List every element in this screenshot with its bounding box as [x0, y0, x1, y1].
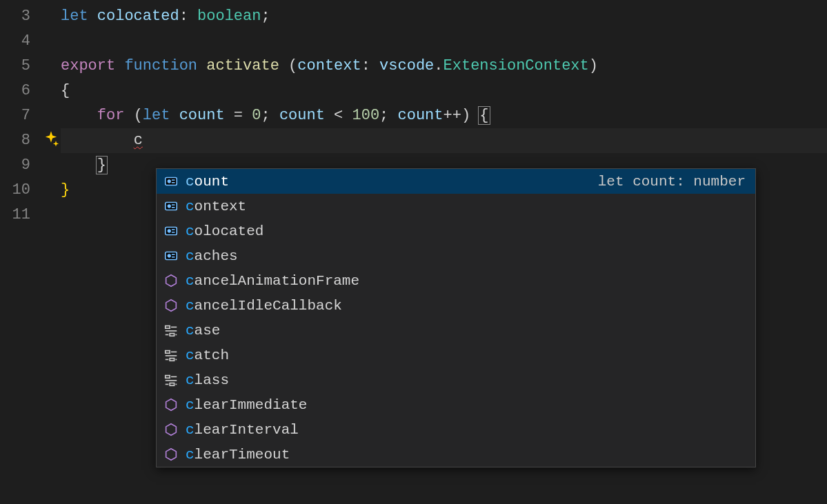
svg-rect-25 [170, 359, 174, 361]
method-icon [163, 422, 179, 437]
suggest-detail: let count: number [598, 174, 746, 190]
namespace: vscode [379, 57, 434, 74]
suggest-item[interactable]: clearTimeout [157, 442, 755, 467]
method-icon [163, 397, 179, 412]
function-name: activate [206, 57, 279, 74]
suggest-label: count [186, 174, 229, 190]
line-number: 7 [0, 103, 43, 128]
sparkle-icon[interactable] [41, 130, 61, 149]
identifier: colocated [97, 8, 179, 25]
brace-open-matched: { [478, 106, 490, 125]
line-number: 11 [0, 203, 43, 228]
suggest-item[interactable]: class [157, 367, 755, 392]
line-number: 6 [0, 79, 43, 103]
brace-close: } [61, 181, 70, 199]
identifier: count [179, 107, 225, 124]
suggest-item[interactable]: clearImmediate [157, 392, 755, 417]
brace-open: { [61, 82, 70, 99]
number-literal: 100 [352, 107, 380, 124]
suggest-item[interactable]: cancelIdleCallback [157, 293, 755, 318]
brace-close-matched: } [96, 156, 108, 174]
suggest-label: colocated [186, 223, 263, 239]
method-icon [163, 447, 179, 462]
variable-icon [163, 199, 179, 214]
suggest-item[interactable]: context [157, 194, 755, 219]
line-number: 8 [0, 128, 43, 153]
svg-point-9 [168, 230, 170, 232]
suggest-label: case [186, 323, 220, 339]
svg-rect-31 [170, 383, 174, 386]
line-number: 4 [0, 29, 43, 54]
code-line[interactable]: { [61, 79, 827, 103]
svg-point-1 [168, 180, 170, 183]
suggest-item[interactable]: cancelAnimationFrame [157, 268, 755, 293]
keyword-export: export [61, 57, 115, 74]
line-number-gutter: 3 4 5 6 7 8 9 10 11 [0, 4, 43, 228]
suggest-item[interactable]: colocated [157, 219, 755, 243]
type-name: boolean [197, 8, 261, 25]
code-line[interactable]: for (let count = 0; count < 100; count++… [61, 103, 827, 128]
code-line[interactable]: let colocated: boolean; [61, 4, 827, 29]
identifier: count [398, 107, 444, 124]
method-icon [163, 273, 179, 288]
keyword-icon [163, 372, 179, 387]
svg-rect-12 [166, 252, 177, 260]
type-name: ExtensionContext [444, 57, 589, 74]
suggest-label: cancelAnimationFrame [186, 273, 359, 289]
svg-rect-19 [170, 334, 174, 336]
svg-rect-22 [166, 351, 170, 354]
svg-rect-4 [166, 203, 177, 210]
number-literal: 0 [252, 107, 261, 124]
keyword-icon [163, 347, 179, 363]
suggest-item[interactable]: clearInterval [157, 417, 755, 442]
variable-icon [163, 174, 179, 189]
suggest-label: clearTimeout [186, 447, 290, 463]
svg-rect-16 [166, 326, 170, 329]
suggest-item[interactable]: countlet count: number [157, 169, 755, 194]
suggest-label: clearInterval [186, 422, 299, 438]
line-number: 5 [0, 54, 43, 79]
line-number: 10 [0, 178, 43, 203]
suggest-item[interactable]: case [157, 318, 755, 343]
typed-char: c [134, 132, 143, 149]
code-line-current[interactable]: c [61, 128, 827, 153]
suggest-label: context [186, 199, 246, 214]
variable-icon [163, 248, 179, 263]
suggest-item[interactable]: catch [157, 343, 755, 367]
suggest-label: cancelIdleCallback [186, 298, 342, 314]
code-line[interactable] [61, 29, 827, 54]
keyword-function: function [124, 57, 197, 74]
keyword-icon [163, 323, 179, 338]
code-line[interactable]: export function activate (context: vscod… [61, 54, 827, 79]
method-icon [163, 298, 179, 313]
variable-icon [163, 223, 179, 239]
suggest-item[interactable]: caches [157, 243, 755, 268]
svg-rect-0 [166, 178, 177, 185]
suggest-label: catch [186, 347, 229, 363]
suggest-widget[interactable]: countlet count: numbercontextcolocatedca… [156, 168, 756, 467]
svg-point-5 [168, 205, 170, 208]
svg-rect-28 [166, 376, 170, 379]
line-number: 3 [0, 4, 43, 29]
keyword-let: let [61, 8, 88, 25]
keyword-for: for [97, 107, 125, 124]
suggest-label: clearImmediate [186, 397, 307, 413]
parameter: context [297, 57, 361, 74]
identifier: count [279, 107, 325, 124]
suggest-label: caches [186, 248, 238, 264]
suggest-label: class [186, 372, 229, 388]
line-number: 9 [0, 153, 43, 178]
svg-point-13 [168, 254, 170, 257]
svg-rect-8 [166, 228, 177, 235]
keyword-let: let [143, 107, 170, 124]
